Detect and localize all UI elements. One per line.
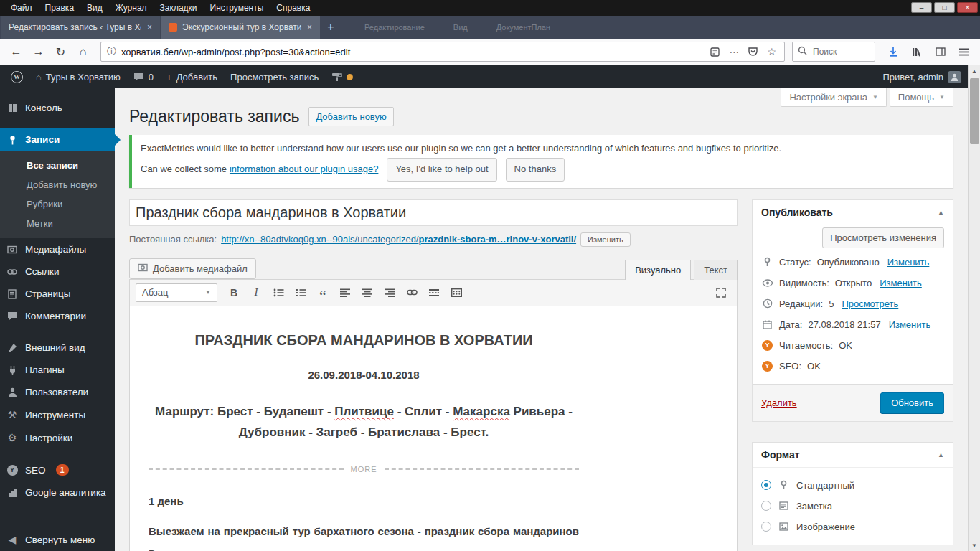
bold-button[interactable]: B bbox=[224, 283, 244, 302]
edit-date-link[interactable]: Изменить bbox=[889, 319, 931, 330]
panel-collapse-icon[interactable]: ▲ bbox=[938, 451, 944, 458]
home-icon[interactable]: ⌂ bbox=[72, 42, 93, 62]
menubar-item-bookmarks[interactable]: Закладки bbox=[154, 0, 204, 16]
align-center-button[interactable] bbox=[357, 283, 377, 302]
panel-collapse-icon[interactable]: ▲ bbox=[938, 209, 944, 216]
numbered-list-button[interactable] bbox=[291, 283, 311, 302]
menubar-item-view[interactable]: Вид bbox=[80, 0, 109, 16]
browser-scrollbar[interactable]: ▲ ▼ bbox=[968, 65, 980, 551]
allow-tracking-button[interactable]: Yes, I'd like to help out bbox=[387, 158, 496, 182]
add-media-button[interactable]: Добавить медиафайл bbox=[129, 258, 256, 279]
sidebar-item-settings[interactable]: ⚙ Настройки bbox=[0, 426, 115, 449]
reader-mode-icon[interactable] bbox=[708, 47, 722, 57]
edit-status-link[interactable]: Изменить bbox=[887, 257, 930, 268]
menubar-item-help[interactable]: Справка bbox=[270, 0, 316, 16]
sidebar-item-pages[interactable]: Страницы bbox=[0, 283, 115, 305]
format-option-aside[interactable]: Заметка bbox=[761, 496, 944, 517]
move-to-trash-link[interactable]: Удалить bbox=[761, 397, 797, 408]
sidebar-item-seo[interactable]: Y SEO 1 bbox=[0, 458, 115, 481]
add-new-post-button[interactable]: Добавить новую bbox=[308, 107, 393, 126]
scroll-down-icon[interactable]: ▼ bbox=[971, 540, 977, 551]
blockquote-button[interactable]: “ bbox=[313, 283, 333, 302]
screen-options-button[interactable]: Настройки экрана ▼ bbox=[781, 88, 886, 107]
menubar-item-file[interactable]: Файл bbox=[4, 0, 39, 16]
permalink-link[interactable]: http://xn--80adtvkoq0g.xn--90ais/uncateg… bbox=[221, 234, 576, 245]
wp-logo-menu[interactable]: W bbox=[4, 65, 29, 88]
insert-link-button[interactable] bbox=[402, 283, 422, 302]
radio-unselected[interactable] bbox=[761, 501, 771, 511]
tab-visual[interactable]: Визуально bbox=[625, 260, 691, 280]
editor-content-area[interactable]: ПРАЗДНИК СБОРА МАНДАРИНОВ В ХОРВАТИИ 26.… bbox=[130, 306, 737, 551]
new-tab-button[interactable]: + bbox=[320, 16, 341, 39]
edit-permalink-button[interactable]: Изменить bbox=[580, 232, 631, 247]
scroll-up-icon[interactable]: ▲ bbox=[971, 65, 977, 77]
page-actions-icon[interactable]: ⋯ bbox=[727, 46, 741, 57]
help-button[interactable]: Помощь ▼ bbox=[890, 88, 953, 107]
plugin-usage-link[interactable]: information about our plugin usage? bbox=[230, 162, 378, 177]
adminbar-new-content[interactable]: + Добавить bbox=[160, 65, 224, 88]
sidebar-item-posts[interactable]: Записи bbox=[0, 128, 115, 151]
toolbar-toggle-button[interactable] bbox=[446, 283, 466, 302]
close-window-button[interactable]: × bbox=[957, 2, 978, 13]
pocket-icon[interactable] bbox=[746, 47, 760, 56]
hamburger-menu-icon[interactable] bbox=[953, 42, 974, 62]
align-right-button[interactable] bbox=[380, 283, 400, 302]
adminbar-view-post[interactable]: Просмотреть запись bbox=[224, 65, 325, 88]
browse-revisions-link[interactable]: Просмотреть bbox=[842, 298, 898, 309]
bookmark-star-icon[interactable]: ☆ bbox=[765, 46, 778, 57]
menubar-item-tools[interactable]: Инструменты bbox=[204, 0, 270, 16]
paragraph-format-select[interactable]: Абзац ▼ bbox=[136, 283, 217, 302]
maximize-button[interactable]: □ bbox=[934, 2, 955, 13]
submenu-item-all-posts[interactable]: Все записи bbox=[0, 156, 115, 175]
adminbar-account[interactable]: Привет, admin bbox=[882, 71, 961, 83]
sidebar-item-dashboard[interactable]: Консоль bbox=[0, 97, 115, 119]
tab-text[interactable]: Текст bbox=[694, 260, 738, 280]
sidebar-item-collapse-menu[interactable]: ◀ Свернуть меню bbox=[0, 528, 115, 551]
search-input[interactable] bbox=[811, 46, 863, 57]
fullscreen-button[interactable] bbox=[711, 283, 731, 302]
publish-panel-header[interactable]: Опубликовать ▲ bbox=[753, 200, 953, 225]
tab-close-icon[interactable]: × bbox=[146, 22, 154, 32]
search-box[interactable] bbox=[792, 42, 875, 62]
sidebar-item-google-analytics[interactable]: Google аналитика bbox=[0, 481, 115, 504]
adminbar-plugin-shortcut[interactable] bbox=[325, 65, 359, 88]
post-title-input[interactable] bbox=[129, 199, 738, 226]
sidebar-item-tools[interactable]: ⚒ Инструменты bbox=[0, 403, 115, 426]
tab-close-icon[interactable]: × bbox=[306, 22, 314, 32]
site-info-icon[interactable]: ⓘ bbox=[107, 45, 116, 58]
format-option-image[interactable]: Изображение bbox=[761, 517, 944, 537]
menubar-item-edit[interactable]: Правка bbox=[39, 0, 81, 16]
sidebar-item-comments[interactable]: Комментарии bbox=[0, 305, 115, 327]
browser-tab-active[interactable]: Экскурсионный тур в Хорвати × bbox=[161, 16, 320, 39]
italic-button[interactable]: I bbox=[246, 283, 266, 302]
adminbar-comments[interactable]: 0 bbox=[127, 65, 160, 88]
scrollbar-thumb[interactable] bbox=[970, 78, 979, 144]
radio-unselected[interactable] bbox=[761, 522, 771, 532]
sidebars-icon[interactable] bbox=[930, 42, 951, 62]
minimize-button[interactable]: – bbox=[911, 2, 932, 13]
edit-visibility-link[interactable]: Изменить bbox=[880, 278, 922, 288]
sidebar-item-plugins[interactable]: Плагины bbox=[0, 359, 115, 381]
align-left-button[interactable] bbox=[335, 283, 355, 302]
url-text[interactable]: хорватия.бел/wp-admin/post.php?post=30&a… bbox=[121, 47, 703, 57]
radio-selected[interactable] bbox=[761, 480, 771, 490]
url-bar[interactable]: ⓘ хорватия.бел/wp-admin/post.php?post=30… bbox=[100, 42, 785, 62]
back-icon[interactable]: ← bbox=[6, 42, 27, 62]
reload-icon[interactable]: ↻ bbox=[50, 42, 71, 62]
library-icon[interactable] bbox=[906, 42, 927, 62]
no-thanks-button[interactable]: No thanks bbox=[506, 158, 565, 182]
preview-changes-button[interactable]: Просмотреть изменения bbox=[822, 227, 944, 248]
format-panel-header[interactable]: Формат ▲ bbox=[753, 443, 953, 468]
sidebar-item-media[interactable]: Медиафайлы bbox=[0, 238, 115, 260]
format-option-standard[interactable]: Стандартный bbox=[761, 475, 944, 496]
submenu-item-categories[interactable]: Рубрики bbox=[0, 194, 115, 214]
insert-more-tag-button[interactable] bbox=[424, 283, 444, 302]
forward-icon[interactable]: → bbox=[28, 42, 49, 62]
submenu-item-tags[interactable]: Метки bbox=[0, 214, 115, 233]
submenu-item-add-new[interactable]: Добавить новую bbox=[0, 175, 115, 194]
sidebar-item-appearance[interactable]: Внешний вид bbox=[0, 336, 115, 359]
bulleted-list-button[interactable] bbox=[268, 283, 288, 302]
menubar-item-history[interactable]: Журнал bbox=[109, 0, 154, 16]
downloads-icon[interactable] bbox=[882, 42, 903, 62]
adminbar-site-name[interactable]: ⌂ Туры в Хорватию bbox=[29, 65, 127, 88]
